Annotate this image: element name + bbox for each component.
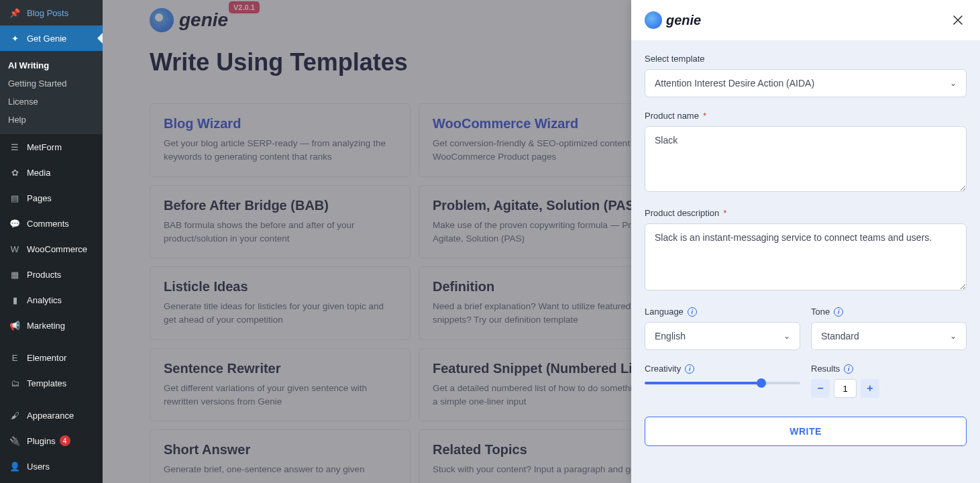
product-desc-label: Product description* [645,208,967,218]
results-input[interactable] [834,379,857,398]
submenu-item-getting-started[interactable]: Getting Started [0,74,103,93]
tone-value: Standard [821,331,859,341]
info-icon[interactable]: i [685,364,694,374]
tone-select[interactable]: Standard ⌄ [811,322,967,350]
sidebar-item-plugins[interactable]: 🔌Plugins4 [0,428,103,453]
submenu-item-help[interactable]: Help [0,111,103,129]
sidebar-item-label: Media [27,168,50,178]
sidebar-item-woocommerce[interactable]: WWooCommerce [0,236,103,262]
sidebar-item-label: Pages [27,193,52,203]
sidebar-item-label: Get Genie [27,34,66,44]
sidebar-item-label: Products [27,270,61,280]
sidebar-item-label: Comments [27,219,69,229]
chevron-down-icon: ⌄ [950,78,957,88]
language-value: English [655,331,686,341]
sidebar-item-label: Plugins [27,436,56,446]
info-icon[interactable]: i [688,307,697,317]
elem-icon: E [8,351,21,364]
sidebar-item-media[interactable]: ✿Media [0,160,103,185]
sidebar-item-label: Analytics [27,295,62,305]
results-stepper: − + [811,379,967,398]
drawer-brand: genie [645,11,701,29]
slider-thumb[interactable] [757,378,766,388]
sidebar-item-label: Blog Posts [27,8,68,18]
submenu-item-license[interactable]: License [0,93,103,111]
box-icon: ▦ [8,268,21,281]
sidebar-item-label: Appearance [27,411,74,421]
sidebar-item-label: MetForm [27,142,62,152]
drawer-body: Select template Attention Interest Desir… [631,40,980,483]
product-desc-input[interactable] [645,223,967,290]
chart-icon: ▮ [8,293,21,307]
sidebar-item-pages[interactable]: ▤Pages [0,185,103,211]
active-indicator-icon [97,33,103,44]
close-button[interactable] [949,11,967,29]
plug-icon: 🔌 [8,434,21,447]
submenu-item-ai-writing[interactable]: AI Writing [0,56,103,74]
sidebar-item-templates[interactable]: 🗂Templates [0,370,103,396]
sidebar-item-comments[interactable]: 💬Comments [0,211,103,236]
sidebar-item-label: Templates [27,378,66,388]
creativity-slider[interactable] [645,379,800,384]
form-icon: ☰ [8,140,21,154]
increment-button[interactable]: + [861,379,879,398]
comment-icon: 💬 [8,217,21,230]
admin-sidebar: 📌Blog Posts✦Get GenieAI WritingGetting S… [0,0,103,483]
select-template-label: Select template [645,54,967,64]
pin-icon: 📌 [8,6,21,19]
template-select[interactable]: Attention Interest Desire Action (AIDA) … [645,69,967,97]
sidebar-item-label: WooCommerce [27,244,87,254]
sidebar-item-users[interactable]: 👤Users [0,453,103,479]
drawer-brand-name: genie [666,13,701,28]
media-icon: ✿ [8,166,21,179]
page-icon: ▤ [8,191,21,205]
decrement-button[interactable]: − [811,379,830,398]
template-drawer: genie Select template Attention Interest… [631,0,980,483]
user-icon: 👤 [8,460,21,473]
results-label: Results i [811,364,967,374]
chevron-down-icon: ⌄ [783,331,790,341]
chevron-down-icon: ⌄ [950,331,957,341]
submenu: AI WritingGetting StartedLicenseHelp [0,51,103,134]
sidebar-item-appearance[interactable]: 🖌Appearance [0,402,103,428]
language-select[interactable]: English ⌄ [645,322,800,350]
info-icon[interactable]: i [844,364,853,374]
brush-icon: 🖌 [8,409,21,422]
template-select-value: Attention Interest Desire Action (AIDA) [655,78,814,89]
sidebar-item-blog-posts[interactable]: 📌Blog Posts [0,0,103,25]
sidebar-item-products[interactable]: ▦Products [0,262,103,287]
creativity-label: Creativity i [645,364,800,374]
sparkle-icon: ✦ [8,32,21,45]
sidebar-item-get-genie[interactable]: ✦Get Genie [0,25,103,51]
info-icon[interactable]: i [834,307,843,317]
write-button[interactable]: WRITE [645,417,967,446]
sidebar-item-marketing[interactable]: 📢Marketing [0,313,103,338]
sidebar-item-metform[interactable]: ☰MetForm [0,134,103,160]
mega-icon: 📢 [8,319,21,332]
product-name-input[interactable] [645,126,967,192]
language-label: Language i [645,307,800,317]
close-icon [953,15,963,25]
genie-logo-small-icon [645,11,662,29]
sidebar-item-label: Users [27,462,50,472]
woo-icon: W [8,242,21,256]
tone-label: Tone i [811,307,967,317]
sidebar-item-analytics[interactable]: ▮Analytics [0,287,103,313]
tmpl-icon: 🗂 [8,376,21,390]
sidebar-item-label: Elementor [27,353,66,363]
product-name-label: Product name* [645,111,967,121]
sidebar-item-elementor[interactable]: EElementor [0,345,103,370]
drawer-header: genie [631,0,980,40]
update-count-badge: 4 [60,435,70,446]
sidebar-item-label: Marketing [27,321,65,331]
